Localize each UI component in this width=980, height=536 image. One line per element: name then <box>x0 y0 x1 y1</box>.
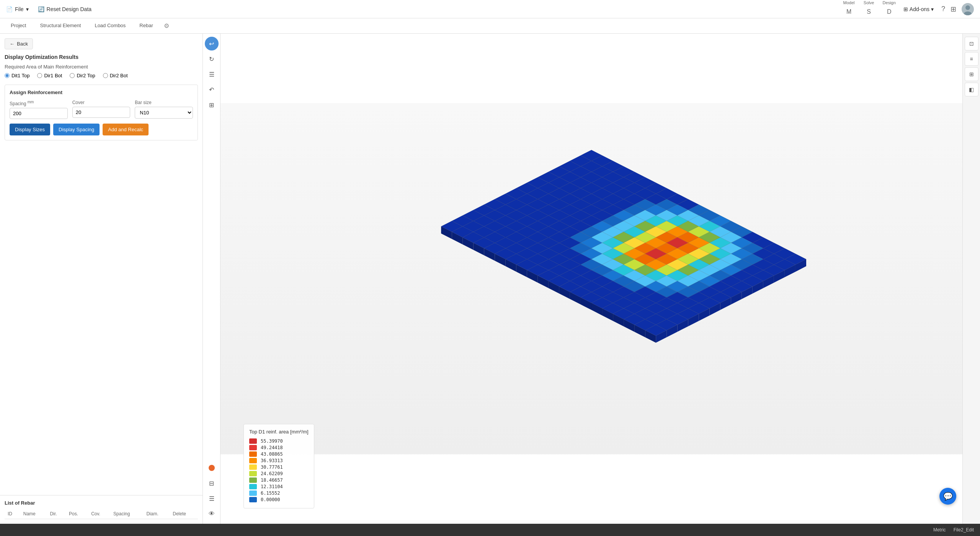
tab-structural-element[interactable]: Structural Element <box>34 20 87 32</box>
col-diam: Diam. <box>143 509 170 519</box>
settings-icon[interactable]: ⚙ <box>161 19 172 33</box>
display-sizes-button[interactable]: Display Sizes <box>10 124 50 135</box>
radio-dir2top-label: Dir2 Top <box>77 73 95 78</box>
radio-dir2bot[interactable]: Dir2 Bot <box>103 73 128 78</box>
tool-minus[interactable]: ⊟ <box>205 476 219 490</box>
display-spacing-button[interactable]: Display Spacing <box>53 124 100 135</box>
col-pos: Pos. <box>66 509 88 519</box>
tab-rebar[interactable]: Rebar <box>133 20 159 32</box>
legend-value: 24.62209 <box>261 471 283 476</box>
addons-label: Add-ons <box>910 6 929 12</box>
cover-label: Cover <box>72 100 131 105</box>
legend-item: 6.15552 <box>249 490 309 496</box>
section-title: Display Optimization Results <box>5 54 198 60</box>
help-button[interactable]: ? <box>941 5 945 13</box>
legend-value: 18.46657 <box>261 477 283 483</box>
sidebar-tools: ↩ ↻ ☰ ↶ ⊞ ⊟ ☰ 👁 <box>203 34 220 524</box>
legend-item: 36.93313 <box>249 458 309 463</box>
col-name: Name <box>20 509 47 519</box>
radio-dit1top-input[interactable] <box>5 73 10 78</box>
topbar-icons: ? ⊞ <box>941 3 974 15</box>
apps-icon[interactable]: ⊞ <box>951 5 956 13</box>
assign-reinforcement-section: Assign Reinforcement Spacing mm Cover <box>5 85 198 140</box>
radio-dir2bot-input[interactable] <box>103 73 108 78</box>
tab-project[interactable]: Project <box>5 20 32 32</box>
legend-value: 12.31104 <box>261 484 283 489</box>
legend-title: Top D1 reinf. area [mm²/m] <box>249 429 309 435</box>
nav-tabs: Project Structural Element Load Combos R… <box>0 18 980 34</box>
legend-color-swatch <box>249 477 257 483</box>
radio-dir1bot[interactable]: Dir1 Bot <box>37 73 62 78</box>
tab-load-combos[interactable]: Load Combos <box>88 20 132 32</box>
mode-design[interactable]: Design D <box>883 0 896 18</box>
svg-point-1 <box>965 5 970 10</box>
legend-item: 43.08865 <box>249 451 309 457</box>
back-arrow-icon: ← <box>10 41 15 47</box>
topbar-left: 📄 File ▾ 🔄 Reset Design Data <box>6 6 91 12</box>
reset-label: Reset Design Data <box>47 6 92 12</box>
chat-bubble[interactable]: 💬 <box>939 488 956 505</box>
file-menu[interactable]: 📄 File ▾ <box>6 6 29 12</box>
reset-icon: 🔄 <box>38 6 44 12</box>
add-recalc-button[interactable]: Add and Recalc <box>103 124 149 135</box>
legend: Top D1 reinf. area [mm²/m] 55.39970 49.2… <box>243 424 314 508</box>
legend-color-swatch <box>249 445 257 450</box>
legend-item: 12.31104 <box>249 484 309 489</box>
radio-dir2top-input[interactable] <box>70 73 75 78</box>
barsize-label: Bar size <box>135 100 193 105</box>
right-btn-2[interactable]: ≡ <box>965 52 978 66</box>
legend-item: 18.46657 <box>249 477 309 483</box>
cover-input[interactable] <box>72 107 131 118</box>
col-delete: Delete <box>170 509 198 519</box>
tool-rotate[interactable]: ↻ <box>205 52 219 66</box>
legend-value: 43.08865 <box>261 451 283 457</box>
legend-item: 49.24418 <box>249 445 309 450</box>
addons-button[interactable]: ⊞ Add-ons ▾ <box>903 6 934 12</box>
col-id: ID <box>5 509 20 519</box>
assign-reinforcement-title: Assign Reinforcement <box>10 90 193 95</box>
field-row: Spacing mm Cover Bar size N10 N12 <box>10 100 193 119</box>
radio-dir2top[interactable]: Dir2 Top <box>70 73 95 78</box>
left-content: ← Back Display Optimization Results Requ… <box>0 34 203 495</box>
mode-solve[interactable]: Solve S <box>863 0 875 18</box>
legend-color-swatch <box>249 471 257 476</box>
file-chevron: ▾ <box>26 6 29 12</box>
legend-item: 30.77761 <box>249 464 309 470</box>
user-avatar[interactable] <box>962 3 974 15</box>
right-btn-3[interactable]: ⊞ <box>965 67 978 81</box>
file-icon: 📄 <box>6 6 13 12</box>
spacing-input[interactable] <box>10 108 68 119</box>
reset-design-button[interactable]: 🔄 Reset Design Data <box>38 6 92 12</box>
tool-undo[interactable]: ↶ <box>205 83 219 96</box>
addons-chevron: ▾ <box>931 6 934 12</box>
radio-dir1bot-label: Dir1 Bot <box>44 73 62 78</box>
back-button[interactable]: ← Back <box>5 38 33 49</box>
radio-dit1top[interactable]: Dit1 Top <box>5 73 29 78</box>
mode-labels: Model M Solve S Design D <box>843 0 896 18</box>
tool-eye[interactable]: 👁 <box>205 507 219 521</box>
tool-list[interactable]: ☰ <box>205 492 219 505</box>
back-label: Back <box>17 41 28 47</box>
tool-cursor[interactable]: ↩ <box>205 37 219 51</box>
legend-color-swatch <box>249 490 257 496</box>
tool-grid[interactable]: ⊞ <box>205 98 219 112</box>
mode-model[interactable]: Model M <box>843 0 855 18</box>
design-icon: D <box>883 6 895 18</box>
svg-point-3 <box>209 465 215 471</box>
button-row: Display Sizes Display Spacing Add and Re… <box>10 124 193 135</box>
right-btn-4[interactable]: ◧ <box>965 83 978 96</box>
barsize-select[interactable]: N10 N12 N16 N20 N24 <box>135 107 193 119</box>
topbar-right: Model M Solve S Design D ⊞ Add-ons ▾ ? ⊞ <box>843 0 974 18</box>
radio-dir1bot-input[interactable] <box>37 73 42 78</box>
3d-visualization <box>220 34 962 524</box>
tool-record[interactable] <box>205 461 219 475</box>
legend-color-swatch <box>249 464 257 470</box>
rebar-title: List of Rebar <box>5 500 198 506</box>
model-icon: M <box>843 6 855 18</box>
right-btn-1[interactable]: ⊡ <box>965 37 978 51</box>
legend-value: 49.24418 <box>261 445 283 450</box>
grid-icon: ⊞ <box>903 6 908 12</box>
radio-dit1top-label: Dit1 Top <box>11 73 29 78</box>
tool-layers[interactable]: ☰ <box>205 67 219 81</box>
legend-value: 36.93313 <box>261 458 283 463</box>
